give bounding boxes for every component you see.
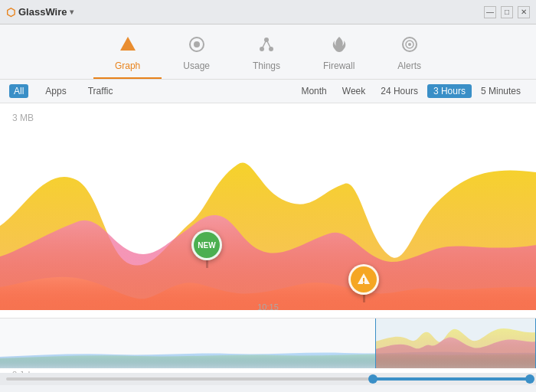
chart-time-label: 10:15 xyxy=(257,302,279,312)
usage-icon xyxy=(188,35,206,57)
svg-rect-12 xyxy=(363,278,364,282)
time-month[interactable]: Month xyxy=(295,84,332,98)
svg-line-7 xyxy=(266,40,271,49)
svg-line-6 xyxy=(262,40,266,49)
pin-alert[interactable] xyxy=(348,264,379,302)
tab-graph[interactable]: Graph xyxy=(93,31,162,79)
nav-tabs: Graph Usage Things Firewal xyxy=(0,24,536,80)
slider-track[interactable] xyxy=(6,377,530,381)
slider-thumb-left[interactable] xyxy=(368,374,377,384)
alerts-icon xyxy=(400,35,419,57)
title-bar: ⬡ GlassWire ▾ — □ ✕ xyxy=(0,0,536,24)
time-5minutes[interactable]: 5 Minutes xyxy=(475,84,527,98)
graph-icon xyxy=(119,35,137,57)
svg-point-10 xyxy=(408,43,411,46)
maximize-button[interactable]: □ xyxy=(501,6,513,18)
tab-firewall[interactable]: Firewall xyxy=(302,31,376,79)
slider-fill xyxy=(373,377,530,381)
close-button[interactable]: ✕ xyxy=(518,6,530,18)
main-chart xyxy=(0,103,536,318)
app-name: GlassWire xyxy=(18,6,67,18)
logo-icon: ⬡ xyxy=(6,6,15,18)
timeline-area: 8 Jul xyxy=(0,318,536,385)
tab-alerts[interactable]: Alerts xyxy=(376,31,443,79)
tab-things-label: Things xyxy=(253,60,280,71)
app-logo[interactable]: ⬡ GlassWire ▾ xyxy=(6,6,74,18)
minimize-button[interactable]: — xyxy=(484,6,496,18)
svg-marker-0 xyxy=(120,37,136,51)
slider-thumb-right[interactable] xyxy=(525,374,534,384)
chart-area: 3 MB NEW xyxy=(0,103,536,318)
tab-usage-label: Usage xyxy=(183,60,210,71)
chart-y-label: 3 MB xyxy=(12,113,34,123)
timeline-selection xyxy=(375,318,536,368)
tab-things[interactable]: Things xyxy=(231,31,302,79)
time-3hours[interactable]: 3 Hours xyxy=(427,84,472,98)
tab-graph-label: Graph xyxy=(115,60,140,71)
window-controls: — □ ✕ xyxy=(484,6,530,18)
pin-new-circle: NEW xyxy=(191,230,222,260)
svg-rect-13 xyxy=(363,283,364,284)
pin-alert-tail xyxy=(363,295,365,302)
firewall-icon xyxy=(330,35,348,57)
things-icon xyxy=(257,35,276,57)
svg-point-2 xyxy=(194,41,200,47)
filter-apps[interactable]: Apps xyxy=(41,84,70,98)
pin-new[interactable]: NEW xyxy=(191,230,222,268)
tab-alerts-label: Alerts xyxy=(397,60,421,71)
pin-alert-circle xyxy=(348,264,379,295)
filter-traffic[interactable]: Traffic xyxy=(83,84,118,98)
filter-bar: All Apps Traffic Month Week 24 Hours 3 H… xyxy=(0,80,536,103)
tab-firewall-label: Firewall xyxy=(323,60,355,71)
filter-all[interactable]: All xyxy=(9,84,28,98)
time-24hours[interactable]: 24 Hours xyxy=(374,84,424,98)
time-week[interactable]: Week xyxy=(336,84,371,98)
pin-new-tail xyxy=(206,260,208,268)
dropdown-icon[interactable]: ▾ xyxy=(70,8,74,16)
slider-bar xyxy=(0,373,536,385)
tab-usage[interactable]: Usage xyxy=(162,31,231,79)
time-filters: Month Week 24 Hours 3 Hours 5 Minutes xyxy=(295,84,527,98)
